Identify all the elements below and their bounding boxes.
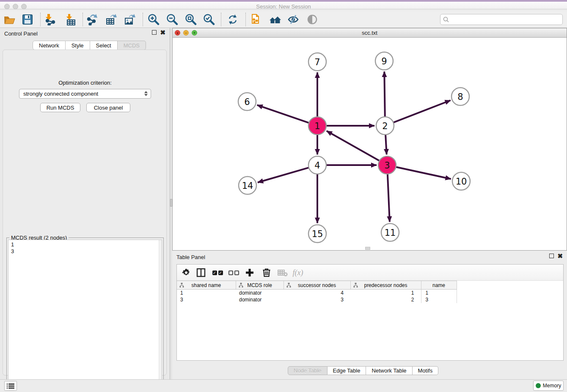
horizontal-splitter-handle[interactable] (365, 247, 370, 250)
table-panel-title: Table Panel (176, 254, 205, 260)
optimization-dropdown-value: strongly connected component (23, 91, 98, 97)
refresh-icon[interactable] (226, 13, 239, 26)
tab-mcds[interactable]: MCDS (118, 41, 146, 50)
column-header-mcds-role[interactable]: MCDS role (236, 281, 284, 290)
zoom-fit-icon[interactable] (184, 13, 197, 26)
cell-mcds-role[interactable]: dominator (236, 290, 284, 296)
edge-3-11[interactable] (388, 173, 390, 222)
delete-table-icon (277, 267, 289, 279)
select-all-icon[interactable]: ✓✓ (212, 267, 223, 279)
table-row[interactable]: 3 dominator 3 2 3 (177, 296, 457, 303)
edge-3-10[interactable] (395, 167, 451, 179)
deselect-all-icon[interactable] (228, 267, 239, 279)
graph-node-label-3: 3 (384, 160, 390, 171)
columns-icon[interactable] (195, 267, 207, 279)
tab-network[interactable]: Network (33, 41, 66, 50)
app-title: Session: New Session (0, 3, 567, 10)
clone-network-icon[interactable] (250, 13, 263, 26)
edge-2-9[interactable] (384, 72, 385, 118)
cell-name[interactable]: 1 (421, 290, 457, 296)
network-canvas[interactable]: 7968124314101511 (173, 38, 567, 250)
open-folder-icon[interactable] (3, 13, 16, 26)
column-header-predecessor-nodes[interactable]: predecessor nodes (350, 281, 421, 290)
result-line: 1 (11, 241, 162, 248)
cell-predecessor-nodes[interactable]: 2 (350, 296, 421, 303)
node-table: shared name MCDS role successor nodes pr… (177, 281, 457, 303)
column-header-successor-nodes[interactable]: successor nodes (284, 281, 350, 290)
show-all-icon[interactable] (306, 13, 319, 26)
cell-shared-name[interactable]: 1 (177, 290, 236, 296)
edge-1-6[interactable] (257, 105, 310, 123)
float-panel-icon[interactable] (549, 254, 554, 258)
control-panel: Control Panel ✖ Network Style Select MCD… (0, 28, 170, 379)
table-panel: Table Panel ✖ ✓✓ (172, 251, 567, 379)
column-tree-icon (353, 283, 358, 287)
table-toolbar: ✓✓ f(x) (177, 265, 563, 281)
float-panel-icon[interactable] (152, 30, 157, 35)
graph-node-label-6: 6 (244, 97, 250, 107)
memory-button[interactable]: Memory (533, 381, 564, 391)
cell-name[interactable]: 3 (421, 296, 457, 303)
gear-icon[interactable] (180, 267, 192, 279)
table-header-row: shared name MCDS role successor nodes pr… (177, 281, 457, 290)
graph-node-label-9: 9 (381, 56, 387, 66)
graph-node-label-4: 4 (314, 160, 320, 171)
close-panel-button[interactable]: Close panel (86, 103, 130, 112)
search-input[interactable] (451, 17, 562, 23)
table-row[interactable]: 1 dominator 4 1 1 (177, 290, 457, 296)
mcds-panel: Optimization criterion: strongly connect… (3, 50, 167, 375)
column-tree-icon (239, 283, 243, 287)
zoom-selected-icon[interactable] (203, 13, 215, 26)
graph-node-label-8: 8 (457, 92, 463, 102)
cell-predecessor-nodes[interactable]: 1 (350, 290, 421, 296)
tab-network-table[interactable]: Network Table (366, 366, 412, 375)
graph-node-label-10: 10 (456, 177, 467, 187)
edge-2-8[interactable] (393, 100, 451, 123)
edge-3-1[interactable] (327, 131, 380, 161)
memory-label: Memory (543, 383, 561, 389)
export-image-icon[interactable] (124, 13, 136, 26)
zoom-out-icon[interactable] (166, 13, 179, 26)
add-column-icon[interactable] (244, 267, 256, 279)
import-network-icon[interactable] (44, 13, 57, 26)
run-mcds-button[interactable]: Run MCDS (40, 103, 80, 112)
home-icon[interactable] (269, 13, 281, 26)
cell-successor-nodes[interactable]: 3 (284, 296, 350, 303)
tab-edge-table[interactable]: Edge Table (328, 366, 366, 375)
tab-node-table[interactable]: Node Table (288, 366, 328, 375)
column-tree-icon (286, 283, 291, 287)
close-panel-icon[interactable]: ✖ (557, 254, 563, 258)
memory-status-icon (536, 383, 541, 388)
column-header-shared-name[interactable]: shared name (177, 281, 236, 290)
mcds-result-group: MCDS result (2 nodes) 1 3 (6, 237, 164, 392)
table-tabs: Node Table Edge Table Network Table Moti… (288, 366, 438, 375)
mcds-result-text[interactable]: 1 3 (8, 240, 162, 392)
network-window: x − + scc.txt 7968124314101511 (172, 28, 567, 251)
column-header-name[interactable]: name (421, 281, 457, 290)
graph-node-label-7: 7 (314, 57, 320, 67)
column-tree-icon (179, 283, 184, 287)
close-panel-icon[interactable]: ✖ (160, 30, 165, 35)
cell-successor-nodes[interactable]: 4 (284, 290, 350, 296)
cell-shared-name[interactable]: 3 (177, 296, 236, 303)
edge-4-14[interactable] (258, 167, 310, 182)
graph-node-label-2: 2 (382, 121, 388, 131)
delete-icon[interactable] (261, 267, 272, 279)
save-icon[interactable] (21, 13, 34, 26)
result-scrollbar[interactable] (159, 240, 162, 392)
zoom-in-icon[interactable] (147, 13, 160, 26)
import-table-icon[interactable] (64, 13, 77, 26)
optimization-dropdown[interactable]: strongly connected component (19, 89, 151, 99)
cell-mcds-role[interactable]: dominator (236, 296, 284, 303)
tab-style[interactable]: Style (66, 41, 90, 50)
task-history-button[interactable] (4, 381, 17, 391)
edge-2-3[interactable] (385, 134, 387, 155)
hide-selected-icon[interactable] (287, 13, 300, 26)
tab-motifs[interactable]: Motifs (413, 366, 439, 375)
export-network-icon[interactable] (86, 13, 99, 26)
network-window-titlebar[interactable]: x − + scc.txt (173, 28, 567, 38)
search-box[interactable] (440, 14, 563, 25)
tab-select[interactable]: Select (90, 41, 118, 50)
optimization-label: Optimization criterion: (3, 80, 167, 86)
export-table-icon[interactable] (105, 13, 118, 26)
